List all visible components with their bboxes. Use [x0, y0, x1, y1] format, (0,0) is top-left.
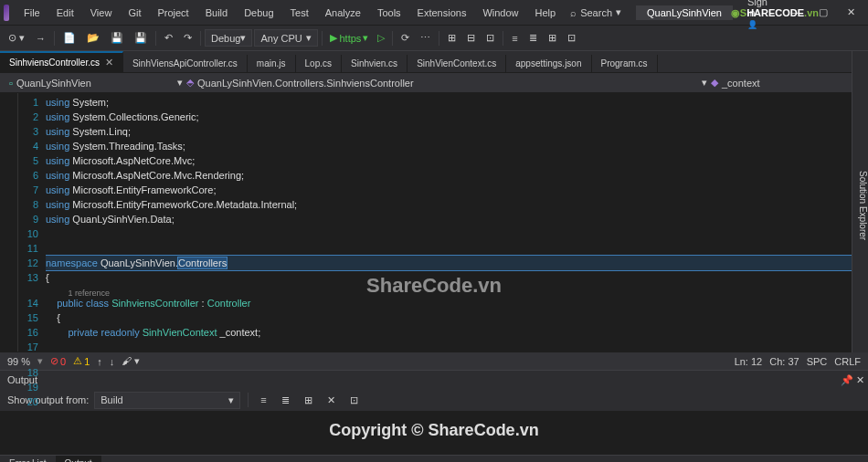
config-dropdown[interactable]: Debug▾: [205, 29, 252, 47]
editor-statusline: 99 % ▾ ⊘ 0 ⚠ 1 ↑ ↓ 🖌 ▾ Ln: 12 Ch: 37 SPC…: [0, 352, 868, 370]
bottom-tabs: Error ListOutput: [0, 455, 868, 462]
search-menu[interactable]: ⌕ Search ▾: [563, 5, 629, 20]
minimize-button[interactable]: ─: [782, 4, 810, 22]
back-button[interactable]: ⊙ ▾: [4, 29, 29, 47]
solution-explorer-tab[interactable]: Solution Explorer: [852, 51, 868, 352]
tab-SinhviensController.cs[interactable]: SinhviensController.cs✕: [0, 51, 123, 72]
run-no-debug-button[interactable]: ▷: [374, 30, 388, 46]
tab-SinhViensApiController.cs[interactable]: SinhViensApiController.cs: [123, 55, 248, 72]
tb-icon[interactable]: ⊡: [563, 29, 580, 47]
window-controls: ─ ▢ ✕: [782, 4, 864, 22]
tb-icon[interactable]: ⊞: [544, 29, 561, 47]
indent-mode[interactable]: SPC: [807, 356, 828, 367]
nav-member-dropdown[interactable]: ▾◆_context: [696, 75, 842, 90]
menu-extensions[interactable]: Extensions: [410, 4, 474, 22]
output-toolbar: Show output from: Build▾ ≡ ≣ ⊞ ✕ ⊡: [0, 389, 868, 411]
menu-analyze[interactable]: Analyze: [318, 4, 368, 22]
error-count[interactable]: ⊘ 0: [50, 355, 66, 367]
tb-icon[interactable]: ⊡: [345, 392, 363, 409]
menu-tools[interactable]: Tools: [370, 4, 408, 22]
tb-icon[interactable]: ⊞: [443, 29, 460, 47]
nav-project-dropdown[interactable]: ▫QuanLySinhVien: [4, 76, 168, 90]
brush-icon[interactable]: 🖌 ▾: [122, 355, 140, 367]
output-panel: Output 📌 ✕ Show output from: Build▾ ≡ ≣ …: [0, 370, 868, 455]
nav-class-dropdown[interactable]: ▾⬘QuanLySinhVien.Controllers.SinhviensCo…: [172, 75, 693, 90]
tab-Sinhvien.cs[interactable]: Sinhvien.cs: [342, 55, 408, 72]
warning-count[interactable]: ⚠ 1: [73, 355, 90, 367]
bottom-tab-Output[interactable]: Output: [56, 456, 101, 462]
cursor-col: Ch: 37: [769, 356, 799, 367]
cursor-line: Ln: 12: [735, 356, 763, 367]
line-ending[interactable]: CRLF: [834, 356, 861, 367]
chevron-down-icon: ▾: [616, 6, 621, 18]
menu-help[interactable]: Help: [528, 4, 564, 22]
open-button[interactable]: 📂: [82, 29, 104, 47]
breakpoint-gutter[interactable]: [0, 93, 18, 352]
tab-main.js[interactable]: main.js: [248, 55, 296, 72]
output-header: Output 📌 ✕: [0, 371, 868, 389]
tb-icon[interactable]: ⋯: [416, 29, 435, 47]
run-button[interactable]: ▶ https ▾: [326, 30, 372, 46]
close-button[interactable]: ✕: [837, 4, 864, 22]
nav-down-icon[interactable]: ↓: [110, 356, 115, 367]
code-content[interactable]: using System;using System.Collections.Ge…: [46, 93, 868, 352]
line-numbers: 1234567891011121314151617181920: [18, 93, 46, 352]
project-name[interactable]: QuanLySinhVien: [636, 5, 733, 20]
menu-test[interactable]: Test: [283, 4, 316, 22]
vs-logo-icon: [4, 5, 9, 21]
new-button[interactable]: 📄: [58, 29, 80, 47]
tab-Program.cs[interactable]: Program.cs: [592, 55, 658, 72]
code-editor[interactable]: 1234567891011121314151617181920 using Sy…: [0, 93, 868, 352]
maximize-button[interactable]: ▢: [810, 4, 837, 22]
tb-icon[interactable]: ⊞: [300, 392, 317, 409]
signin-link[interactable]: Sign in 👤: [740, 0, 775, 31]
search-icon: ⌕: [570, 7, 577, 18]
nav-bar: ▫QuanLySinhVien ▾⬘QuanLySinhVien.Control…: [0, 73, 868, 93]
output-body[interactable]: [0, 411, 868, 455]
tab-appsettings.json[interactable]: appsettings.json: [506, 55, 591, 72]
menu-file[interactable]: File: [16, 4, 48, 22]
tb-icon[interactable]: ⊟: [462, 29, 480, 47]
save-all-button[interactable]: 💾: [130, 29, 152, 47]
menu-view[interactable]: View: [83, 4, 120, 22]
redo-button[interactable]: ↷: [179, 29, 196, 47]
bottom-tab-Error List[interactable]: Error List: [0, 456, 56, 462]
document-tabs: SinhviensController.cs✕SinhViensApiContr…: [0, 51, 868, 73]
pin-icon[interactable]: 📌 ✕: [841, 374, 864, 386]
menu-edit[interactable]: Edit: [49, 4, 81, 22]
nav-up-icon[interactable]: ↑: [97, 356, 102, 367]
main-toolbar: ⊙ ▾ → 📄 📂 💾 💾 ↶ ↷ Debug▾ Any CPU▾ ▶ http…: [0, 26, 868, 51]
platform-dropdown[interactable]: Any CPU▾: [254, 29, 318, 47]
search-label: Search: [580, 7, 612, 18]
tab-SinhVienContext.cs[interactable]: SinhVienContext.cs: [408, 55, 506, 72]
titlebar: FileEditViewGitProjectBuildDebugTestAnal…: [0, 0, 868, 26]
main-menu: FileEditViewGitProjectBuildDebugTestAnal…: [16, 4, 563, 22]
tb-icon[interactable]: ≣: [277, 392, 294, 409]
forward-button[interactable]: →: [31, 30, 50, 47]
undo-button[interactable]: ↶: [160, 29, 177, 47]
clear-icon[interactable]: ✕: [323, 392, 340, 409]
output-source-dropdown[interactable]: Build▾: [94, 392, 240, 409]
save-button[interactable]: 💾: [106, 29, 128, 47]
tb-icon[interactable]: ≡: [507, 30, 522, 47]
tb-icon[interactable]: ≡: [256, 392, 270, 408]
tb-icon[interactable]: ⟳: [397, 29, 414, 47]
tab-Lop.cs[interactable]: Lop.cs: [296, 55, 342, 72]
tb-icon[interactable]: ⊡: [482, 29, 499, 47]
menu-window[interactable]: Window: [475, 4, 525, 22]
menu-project[interactable]: Project: [150, 4, 196, 22]
menu-debug[interactable]: Debug: [237, 4, 281, 22]
tb-icon[interactable]: ≣: [524, 29, 542, 47]
menu-build[interactable]: Build: [198, 4, 235, 22]
menu-git[interactable]: Git: [121, 4, 148, 22]
